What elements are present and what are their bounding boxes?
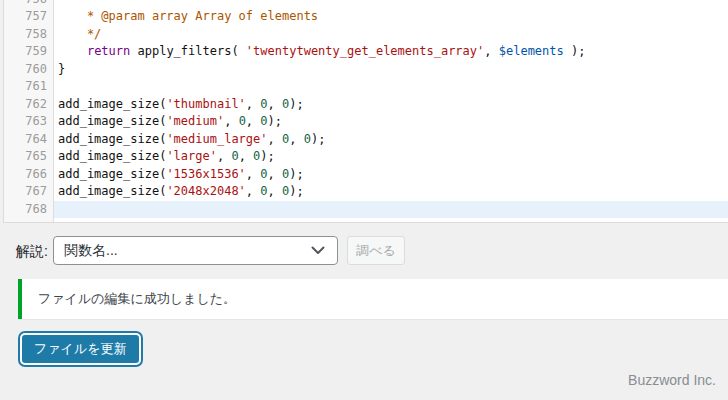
code-line-762[interactable]: 762add_image_size('thumbnail', 0, 0); (4, 96, 728, 114)
code-line-content: * @param array Array of elements (54, 8, 728, 26)
code-line-content: */ (54, 26, 728, 44)
code-line-content: add_image_size('medium', 0, 0); (54, 113, 728, 131)
code-line-766[interactable]: 766add_image_size('1536x1536', 0, 0); (4, 166, 728, 184)
code-line-content: add_image_size('medium_large', 0, 0); (54, 131, 728, 149)
line-number: 760 (4, 61, 54, 79)
code-line-content: add_image_size('2048x2048', 0, 0); (54, 183, 728, 201)
doc-lookup-button[interactable]: 調べる (347, 236, 405, 265)
code-line-content: add_image_size('1536x1536', 0, 0); (54, 166, 728, 184)
line-number: 768 (4, 201, 54, 219)
code-line-768[interactable]: 768 (4, 201, 728, 219)
line-number: 758 (4, 26, 54, 44)
line-number: 756 (4, 0, 54, 8)
success-notice: ファイルの編集に成功しました。 (18, 279, 728, 319)
code-lines: 756757 * @param array Array of elements7… (4, 0, 728, 218)
code-line-764[interactable]: 764add_image_size('medium_large', 0, 0); (4, 131, 728, 149)
code-line-content: add_image_size('large', 0, 0); (54, 148, 728, 166)
doc-lookup-selected-value: 関数名... (64, 242, 311, 260)
code-line-content: } (54, 61, 728, 79)
code-editor[interactable]: 756757 * @param array Array of elements7… (3, 0, 728, 223)
code-line-content (54, 0, 728, 8)
doc-lookup-label: 解説: (16, 243, 48, 259)
code-line-content (54, 78, 728, 96)
line-number: 759 (4, 43, 54, 61)
footer-credit: Buzzword Inc. (628, 372, 716, 388)
doc-lookup-select[interactable]: 関数名... (53, 236, 338, 265)
line-number: 761 (4, 78, 54, 96)
code-line-content: return apply_filters( 'twentytwenty_get_… (54, 43, 728, 61)
line-number: 764 (4, 131, 54, 149)
line-number: 763 (4, 113, 54, 131)
code-line-759[interactable]: 759 return apply_filters( 'twentytwenty_… (4, 43, 728, 61)
update-file-button[interactable]: ファイルを更新 (22, 335, 139, 363)
code-line-758[interactable]: 758 */ (4, 26, 728, 44)
code-line-content (54, 201, 728, 219)
code-line-760[interactable]: 760} (4, 61, 728, 79)
chevron-down-icon (311, 246, 325, 255)
code-line-767[interactable]: 767add_image_size('2048x2048', 0, 0); (4, 183, 728, 201)
code-line-763[interactable]: 763add_image_size('medium', 0, 0); (4, 113, 728, 131)
line-number: 762 (4, 96, 54, 114)
code-line-765[interactable]: 765add_image_size('large', 0, 0); (4, 148, 728, 166)
line-number: 765 (4, 148, 54, 166)
code-line-content: add_image_size('thumbnail', 0, 0); (54, 96, 728, 114)
success-notice-text: ファイルの編集に成功しました。 (38, 290, 236, 308)
line-number: 757 (4, 8, 54, 26)
code-line-756[interactable]: 756 (4, 0, 728, 8)
code-line-761[interactable]: 761 (4, 78, 728, 96)
code-line-757[interactable]: 757 * @param array Array of elements (4, 8, 728, 26)
line-number: 766 (4, 166, 54, 184)
line-number: 767 (4, 183, 54, 201)
